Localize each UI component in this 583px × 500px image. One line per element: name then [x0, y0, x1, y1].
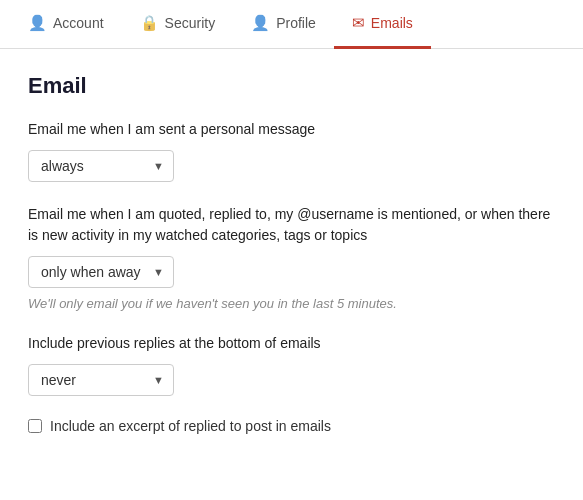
main-content: Email Email me when I am sent a personal…: [0, 49, 583, 458]
tab-navigation: 👤 Account 🔒 Security 👤 Profile ✉ Emails: [0, 0, 583, 49]
account-icon: 👤: [28, 14, 47, 32]
security-icon: 🔒: [140, 14, 159, 32]
previous-replies-select-wrapper: never always only when away ▼: [28, 364, 174, 396]
tab-account-label: Account: [53, 15, 104, 31]
personal-message-group: Email me when I am sent a personal messa…: [28, 119, 555, 182]
page-title: Email: [28, 73, 555, 99]
personal-message-select-wrapper: always only when away never ▼: [28, 150, 174, 182]
excerpt-checkbox-group: Include an excerpt of replied to post in…: [28, 418, 555, 434]
tab-profile[interactable]: 👤 Profile: [233, 0, 334, 49]
tab-emails[interactable]: ✉ Emails: [334, 0, 431, 49]
previous-replies-group: Include previous replies at the bottom o…: [28, 333, 555, 396]
tab-profile-label: Profile: [276, 15, 316, 31]
tab-account[interactable]: 👤 Account: [10, 0, 122, 49]
tab-security-label: Security: [165, 15, 216, 31]
quoted-replied-select-wrapper: always only when away never ▼: [28, 256, 174, 288]
quoted-replied-group: Email me when I am quoted, replied to, m…: [28, 204, 555, 311]
emails-icon: ✉: [352, 14, 365, 32]
quoted-replied-select[interactable]: always only when away never: [28, 256, 174, 288]
previous-replies-label: Include previous replies at the bottom o…: [28, 333, 555, 354]
away-hint-text: We'll only email you if we haven't seen …: [28, 296, 555, 311]
previous-replies-select[interactable]: never always only when away: [28, 364, 174, 396]
tab-emails-label: Emails: [371, 15, 413, 31]
tab-security[interactable]: 🔒 Security: [122, 0, 234, 49]
personal-message-label: Email me when I am sent a personal messa…: [28, 119, 555, 140]
excerpt-label[interactable]: Include an excerpt of replied to post in…: [50, 418, 331, 434]
quoted-replied-label: Email me when I am quoted, replied to, m…: [28, 204, 555, 246]
personal-message-select[interactable]: always only when away never: [28, 150, 174, 182]
profile-icon: 👤: [251, 14, 270, 32]
excerpt-checkbox[interactable]: [28, 419, 42, 433]
